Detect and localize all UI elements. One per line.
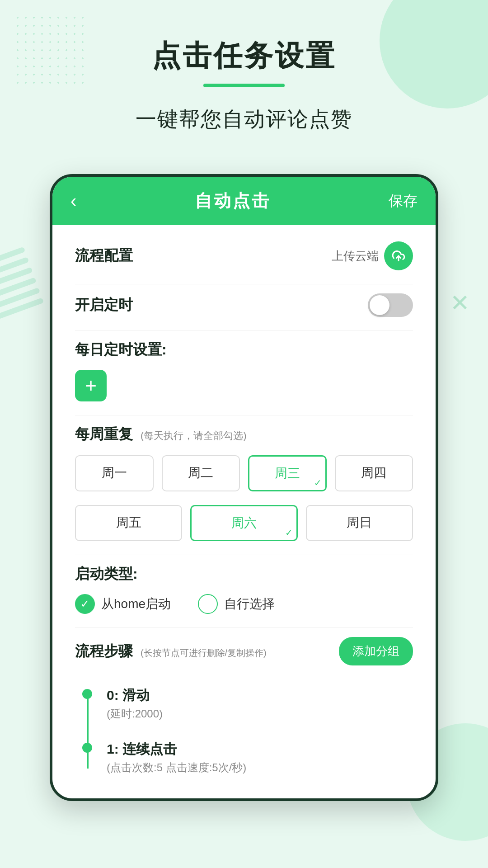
process-steps-section: 流程步骤 (长按节点可进行删除/复制操作) 添加分组 0: 滑动 (延时:200…: [75, 637, 413, 782]
add-time-icon: +: [85, 374, 97, 397]
page-header: 点击任务设置 一键帮您自动评论点赞: [0, 0, 488, 147]
process-config-row: 流程配置 上传云端: [75, 241, 413, 270]
start-type-options: ✓ 从home启动 自行选择: [75, 594, 413, 614]
page-title: 点击任务设置: [0, 36, 488, 75]
add-group-button[interactable]: 添加分组: [339, 637, 413, 665]
save-button[interactable]: 保存: [389, 191, 418, 211]
title-underline: [203, 84, 285, 87]
daily-timer-section: 每日定时设置: +: [75, 340, 413, 401]
page-subtitle: 一键帮您自动评论点赞: [0, 105, 488, 133]
process-steps-header: 流程步骤 (长按节点可进行删除/复制操作) 添加分组: [75, 637, 413, 665]
process-config-label: 流程配置: [75, 246, 133, 266]
weekday-friday[interactable]: 周五: [75, 505, 182, 541]
radio-self-label: 自行选择: [224, 595, 275, 613]
process-label-sub: (长按节点可进行删除/复制操作): [141, 648, 267, 658]
timer-row: 开启定时: [75, 293, 413, 317]
step-content-1: 1: 连续点击 (点击次数:5 点击速度:5次/秒): [107, 740, 413, 775]
daily-timer-label: 每日定时设置:: [75, 340, 413, 360]
start-type-section: 启动类型: ✓ 从home启动 自行选择: [75, 564, 413, 614]
radio-home-circle: ✓: [75, 594, 95, 614]
divider-4: [75, 555, 413, 555]
weekly-repeat-label: 每周重复 (每天执行，请全部勾选): [75, 425, 413, 444]
timer-toggle[interactable]: [368, 293, 413, 317]
weekly-repeat-section: 每周重复 (每天执行，请全部勾选) 周一 周二 周三 周四: [75, 425, 413, 541]
step-subtitle-1: (点击次数:5 点击速度:5次/秒): [107, 760, 413, 775]
step-dot-1: [82, 743, 92, 753]
weekday-grid-row1: 周一 周二 周三 周四: [75, 455, 413, 491]
add-time-button[interactable]: +: [75, 370, 107, 401]
radio-self-select[interactable]: 自行选择: [198, 594, 275, 614]
process-steps-label: 流程步骤 (长按节点可进行删除/复制操作): [75, 642, 267, 661]
radio-self-circle: [198, 594, 218, 614]
step-content-0: 0: 滑动 (延时:2000): [107, 686, 413, 721]
weekday-thursday[interactable]: 周四: [335, 455, 413, 491]
step-dot-0: [82, 689, 92, 699]
app-content: 流程配置 上传云端 开启定时 每日定时设置:: [52, 225, 436, 798]
app-header: ‹ 自动点击 保存: [52, 177, 436, 225]
divider-3: [75, 415, 413, 415]
weekly-label-text: 每周重复: [75, 426, 133, 442]
step-item-0: 0: 滑动 (延时:2000): [75, 679, 413, 728]
weekday-grid-row2: 周五 周六 周日: [75, 505, 413, 541]
weekday-sunday[interactable]: 周日: [306, 505, 413, 541]
divider-2: [75, 330, 413, 331]
step-item-1: 1: 连续点击 (点击次数:5 点击速度:5次/秒): [75, 733, 413, 782]
radio-home-check: ✓: [80, 598, 89, 610]
app-title: 自动点击: [195, 189, 271, 212]
weekday-saturday[interactable]: 周六: [190, 505, 297, 541]
timer-label: 开启定时: [75, 295, 133, 315]
step-title-1: 1: 连续点击: [107, 740, 413, 759]
radio-home-start[interactable]: ✓ 从home启动: [75, 594, 171, 614]
back-button[interactable]: ‹: [70, 191, 76, 211]
process-label-text: 流程步骤: [75, 643, 133, 659]
weekday-tuesday[interactable]: 周二: [162, 455, 240, 491]
weekday-monday[interactable]: 周一: [75, 455, 154, 491]
weekly-label-sub: (每天执行，请全部勾选): [141, 430, 247, 441]
start-type-label: 启动类型:: [75, 564, 413, 584]
phone-mockup: ‹ 自动点击 保存 流程配置 上传云端 开启定时: [50, 174, 438, 801]
weekday-wednesday[interactable]: 周三: [248, 455, 327, 491]
step-subtitle-0: (延时:2000): [107, 707, 413, 721]
upload-cloud-icon: [384, 241, 413, 270]
divider-5: [75, 627, 413, 628]
divider-1: [75, 284, 413, 284]
upload-cloud-button[interactable]: 上传云端: [332, 241, 413, 270]
radio-home-label: 从home启动: [101, 595, 171, 613]
bg-x-decoration: ✕: [450, 289, 470, 316]
upload-cloud-text: 上传云端: [332, 248, 379, 264]
process-steps-list: 0: 滑动 (延时:2000) 1: 连续点击 (点击次数:5 点击速度:5次/…: [75, 679, 413, 782]
step-title-0: 0: 滑动: [107, 686, 413, 705]
bg-stripes-left: [0, 247, 55, 350]
